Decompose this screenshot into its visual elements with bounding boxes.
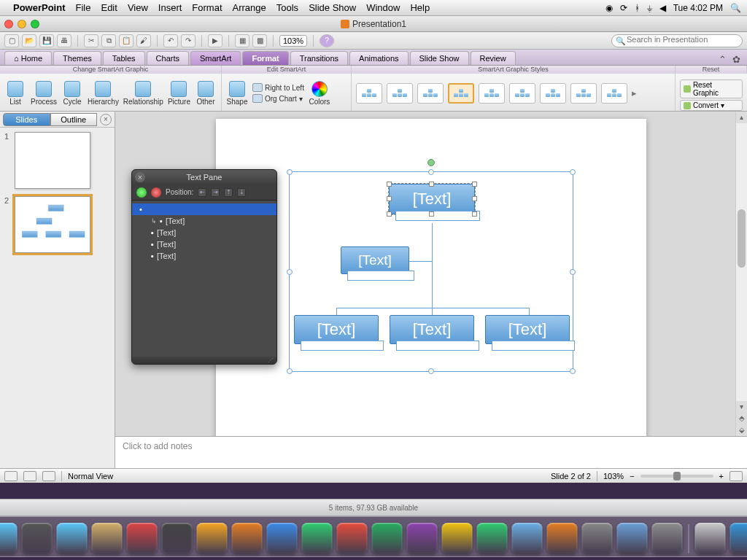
org-node-child[interactable]: [Text] [485,315,570,344]
window-minimize-button[interactable] [18,20,26,28]
notes-pane[interactable]: Click to add notes [115,436,747,468]
tab-charts[interactable]: Charts [147,51,189,65]
qat-view2[interactable]: ▩ [252,34,267,47]
slide-thumb-1[interactable] [15,132,90,189]
slide-thumbnails[interactable]: 1 2 [0,128,115,468]
dock-automator-icon[interactable] [652,523,683,553]
window-zoom-button[interactable] [31,20,39,28]
slide[interactable]: [Text] [216,119,646,436]
styles-scroll[interactable]: ▸ [632,88,637,98]
menu-insert[interactable]: Insert [158,2,182,13]
dock-outlook-icon[interactable] [407,523,438,553]
menu-format[interactable]: Format [192,2,222,13]
scroll-down[interactable]: ▾ [736,401,747,413]
qat-slideshow[interactable]: ▶ [208,34,222,47]
dock-powerpoint-icon[interactable] [302,523,333,553]
qat-open[interactable]: 📂 [22,34,36,47]
qat-paste[interactable]: 📋 [119,34,133,47]
reset-graphic-button[interactable]: Reset Graphic [680,79,743,98]
menu-window[interactable]: Window [366,2,400,13]
dock-excel-icon[interactable] [337,523,368,553]
org-node-assistant[interactable]: [Text] [341,246,409,274]
dock-mail-icon[interactable] [92,523,123,553]
tab-transitions[interactable]: Transitions [290,51,348,65]
zoom-value[interactable]: 103% [603,472,624,481]
qat-redo[interactable]: ↷ [181,34,196,47]
clock[interactable]: Tue 4:02 PM [673,3,723,13]
style-thumb[interactable] [387,83,413,104]
smartart-selection[interactable]: [Text] [289,171,573,372]
textpane-item[interactable]: ↳▪[Text] [132,215,276,227]
textpane-item[interactable]: ▪[Text] [132,250,276,262]
panel-close[interactable]: × [100,114,112,125]
dock-onenote-icon[interactable] [372,523,403,553]
style-thumb[interactable] [356,83,382,104]
org-node-root[interactable]: [Text] [389,184,475,214]
textpane-close[interactable]: × [135,172,145,182]
zoom-combo[interactable]: 103% [279,35,307,47]
dock-sync-icon[interactable] [547,523,578,553]
menu-edit[interactable]: Edit [101,2,117,13]
zoom-slider[interactable] [640,475,713,478]
edit-colors[interactable]: Colors [309,81,330,106]
dock-preview-icon[interactable] [162,523,193,553]
node-caption[interactable] [301,341,384,351]
vertical-scrollbar[interactable]: ▴ ▾ ⬘ ⬙ [735,112,747,436]
view-slideshow[interactable] [42,471,55,481]
tab-smartart[interactable]: SmartArt [190,51,241,65]
qat-cut[interactable]: ✂ [84,34,98,47]
style-thumb[interactable] [570,83,597,104]
node-caption[interactable] [395,211,480,221]
qat-view1[interactable]: ▦ [235,34,249,47]
search-input[interactable] [627,35,738,44]
smartart-cycle[interactable]: Cycle [61,81,83,106]
textpane-item[interactable]: ▪[Text] [132,238,276,250]
convert-button[interactable]: Convert ▾ [680,100,743,111]
dock-appstore-icon[interactable] [695,523,726,553]
smartart-other[interactable]: Other [195,81,217,106]
dock-word-icon[interactable] [267,523,298,553]
dock-photobooth-icon[interactable] [197,523,228,553]
textpane-input[interactable] [145,205,269,214]
rotate-handle[interactable] [427,159,435,166]
zoom-in[interactable]: + [719,472,724,481]
tab-home[interactable]: Home [4,51,52,65]
view-sorter[interactable] [23,471,36,481]
dock-silverlight-icon[interactable] [582,523,613,553]
dock-communicator-icon[interactable] [477,523,508,553]
ribbon-options[interactable]: ✿ [732,54,740,65]
text-pane[interactable]: × Text Pane Position: ⇤ ⇥ ⇡ ⇣ • ↳▪[Text]… [131,169,277,365]
smartart-picture[interactable]: Picture [168,81,190,106]
tab-tables[interactable]: Tables [103,51,145,65]
textpane-promote[interactable]: ⇤ [198,188,206,197]
menu-view[interactable]: View [128,2,148,13]
dock-ical-icon[interactable] [127,523,158,553]
qat-print[interactable]: 🖶 [57,34,71,47]
dock-dashboard-icon[interactable] [22,523,53,553]
qat-help[interactable]: ? [320,34,334,47]
qat-copy[interactable]: ⧉ [101,34,116,47]
wifi-icon[interactable]: ⏚ [647,3,652,13]
menu-slideshow[interactable]: Slide Show [309,2,356,13]
qat-save[interactable]: 💾 [39,34,54,47]
prev-slide[interactable]: ⬘ [736,413,747,424]
textpane-item[interactable]: ▪[Text] [132,227,276,238]
dock-finder-icon[interactable] [0,523,18,553]
zoom-out[interactable]: − [630,472,634,481]
sync-icon[interactable]: ⟳ [620,3,627,13]
slide-thumb-2[interactable] [15,196,90,253]
bluetooth-icon[interactable]: ᚼ [635,3,640,13]
edit-orgchart[interactable]: Org Chart ▾ [252,94,304,103]
dock-firefox-icon[interactable] [232,523,263,553]
tab-review[interactable]: Review [471,51,516,65]
thumb-row[interactable]: 1 [4,132,110,189]
scroll-up[interactable]: ▴ [736,112,747,123]
textpane-titlebar[interactable]: × Text Pane [132,170,276,184]
window-close-button[interactable] [4,20,13,28]
qat-format-painter[interactable]: 🖌 [136,34,151,47]
textpane-list[interactable]: • ↳▪[Text] ▪[Text] ▪[Text] ▪[Text] [132,201,276,357]
spotlight-icon[interactable]: 🔍 [730,3,741,13]
style-thumb[interactable] [417,83,444,104]
textpane-resize[interactable]: ⋰ [132,357,276,364]
slides-tab[interactable]: Slides [3,113,50,126]
